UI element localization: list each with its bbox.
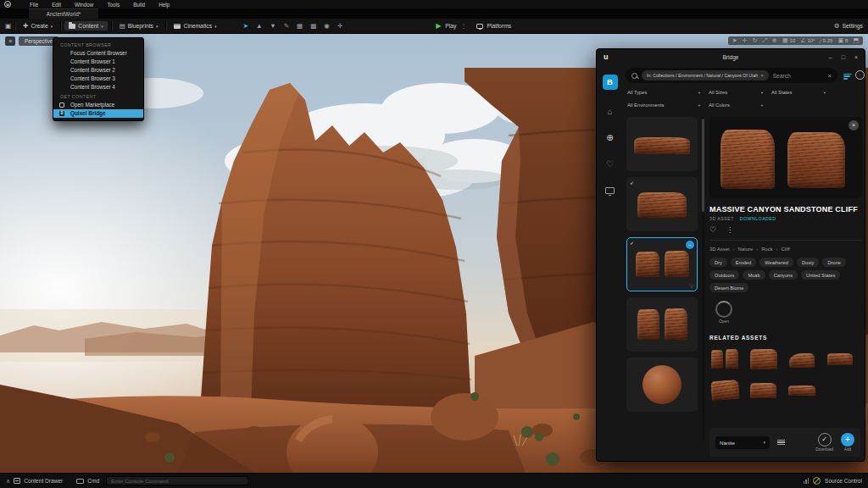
tag-moab[interactable]: Moab: [743, 270, 765, 280]
fracture-mode-icon[interactable]: ▦: [297, 22, 303, 30]
settings-button[interactable]: ⚙ Settings: [834, 22, 863, 30]
tag-eroded[interactable]: Eroded: [731, 258, 756, 267]
chip-remove-icon[interactable]: ×: [760, 73, 764, 78]
cmd-label[interactable]: Cmd: [87, 478, 99, 484]
more-options-icon[interactable]: ⋮: [726, 226, 733, 234]
content-drawer-button[interactable]: Content Drawer: [24, 478, 63, 484]
related-asset[interactable]: [824, 347, 856, 372]
maximize-viewport-icon[interactable]: ⬒: [853, 37, 859, 44]
tag-canyons[interactable]: Canyons: [769, 270, 798, 280]
menu-item-content-browser-3[interactable]: Content Browser 3: [53, 75, 143, 83]
minimize-icon[interactable]: –: [829, 54, 832, 60]
asset-thumbnail-ledge[interactable]: [626, 117, 698, 171]
filter-icon[interactable]: [843, 72, 852, 80]
scrollbar-thumb[interactable]: [702, 119, 704, 212]
platforms-label[interactable]: Platforms: [487, 23, 512, 29]
tag-united-states[interactable]: United States: [801, 270, 840, 280]
asset-preview[interactable]: ×: [709, 117, 862, 198]
crumb-nature[interactable]: Nature: [738, 247, 754, 252]
tag-weathered[interactable]: Weathered: [760, 258, 793, 267]
level-tab[interactable]: AncientWorld*: [29, 8, 98, 19]
tag-outdoors[interactable]: Outdoors: [709, 270, 739, 280]
crumb-3d-asset[interactable]: 3D Asset: [709, 247, 730, 252]
rotation-snap-control[interactable]: ∠10°: [800, 37, 815, 44]
related-asset[interactable]: [748, 347, 780, 372]
menu-edit[interactable]: Edit: [45, 2, 68, 8]
filter-all-sizes[interactable]: All Sizes▾: [709, 90, 763, 95]
menu-item-content-browser-2[interactable]: Content Browser 2: [53, 66, 143, 75]
account-icon[interactable]: ◦: [855, 70, 865, 80]
filter-all-types[interactable]: All Types▾: [627, 90, 700, 95]
menu-build[interactable]: Build: [126, 2, 152, 8]
source-control-button[interactable]: Source Control: [825, 478, 862, 484]
favorites-heart-icon[interactable]: ♡: [606, 159, 614, 169]
performance-icon[interactable]: [804, 478, 810, 484]
rotate-tool-icon[interactable]: ↻: [753, 37, 758, 44]
tag-dry[interactable]: Dry: [709, 258, 727, 267]
asset-list-scrollbar[interactable]: [702, 117, 704, 441]
search-input[interactable]: [773, 73, 824, 79]
brush-editing-mode-icon[interactable]: ▩: [310, 22, 316, 30]
bridge-logo[interactable]: B: [603, 75, 618, 90]
tag-desert-biome[interactable]: Desert Biome: [709, 283, 748, 292]
asset-thumbnail-blocks[interactable]: [626, 297, 698, 352]
search-filter-chip[interactable]: In: Collections / Environment / Natural …: [642, 70, 769, 80]
crumb-rock[interactable]: Rock: [761, 247, 772, 252]
local-assets-icon[interactable]: [605, 187, 615, 194]
filter-all-states[interactable]: All States▾: [771, 90, 826, 95]
related-asset[interactable]: [786, 347, 818, 372]
modeling-mode-icon[interactable]: ✛: [337, 22, 342, 30]
export-settings-icon[interactable]: [777, 438, 785, 446]
viewport-options-icon[interactable]: ≡: [5, 36, 15, 46]
content-button[interactable]: Content ▾: [64, 21, 107, 30]
related-asset[interactable]: [709, 378, 742, 403]
play-icon[interactable]: ▶: [436, 22, 441, 30]
cinematics-button[interactable]: Cinematics ▾: [170, 21, 220, 30]
menu-help[interactable]: Help: [152, 2, 176, 8]
filter-all-colors[interactable]: All Colors▾: [709, 103, 763, 108]
menu-tools[interactable]: Tools: [100, 2, 126, 8]
related-asset[interactable]: [786, 378, 818, 403]
maximize-icon[interactable]: □: [842, 54, 845, 60]
world-space-icon[interactable]: ⊕: [772, 37, 777, 44]
select-tool-icon[interactable]: ➤: [732, 37, 737, 44]
asset-thumbnail-boulder[interactable]: [626, 358, 698, 412]
menu-item-quixel-bridge[interactable]: B Quixel Bridge: [53, 109, 143, 118]
expand-drawer-icon[interactable]: ∧: [6, 478, 10, 485]
close-detail-icon[interactable]: ×: [849, 120, 859, 130]
favorite-heart-icon[interactable]: ♡: [690, 283, 694, 289]
bridge-search-bar[interactable]: In: Collections / Environment / Natural …: [626, 68, 837, 83]
filter-all-environments[interactable]: All Environments▾: [627, 103, 700, 108]
select-mode-icon[interactable]: ➤: [243, 22, 248, 30]
console-input[interactable]: [111, 479, 243, 484]
play-label[interactable]: Play: [445, 23, 456, 29]
scale-snap-control[interactable]: ⁄0.25: [821, 38, 833, 44]
move-tool-icon[interactable]: ✛: [743, 37, 748, 44]
tag-dusty[interactable]: Dusty: [797, 258, 820, 267]
crumb-cliff[interactable]: Cliff: [782, 247, 790, 252]
quality-select[interactable]: Nanite ▾: [715, 436, 770, 449]
related-asset[interactable]: [709, 347, 742, 372]
camera-speed-control[interactable]: ▣8: [837, 37, 848, 44]
create-button[interactable]: ✚ Create ▾: [19, 20, 57, 31]
foliage-mode-icon[interactable]: ▼: [270, 22, 275, 30]
menu-item-content-browser-1[interactable]: Content Browser 1: [53, 58, 143, 66]
menu-item-content-browser-4[interactable]: Content Browser 4: [53, 83, 143, 92]
bridge-title-bar[interactable]: u Bridge – □ ×: [597, 49, 865, 64]
home-icon[interactable]: ⌂: [607, 107, 612, 116]
blueprints-button[interactable]: ▤ Blueprints ▾: [115, 20, 163, 31]
asset-thumbnail-selected[interactable]: ✓ → ♡: [626, 237, 698, 291]
save-icon[interactable]: ▣: [5, 22, 11, 30]
tag-drone[interactable]: Drone: [822, 258, 846, 267]
menu-item-focus-content-browser[interactable]: Focus Content Browser: [53, 49, 143, 58]
favorite-heart-icon[interactable]: ♡: [709, 225, 716, 234]
play-options-icon[interactable]: ⋮: [461, 23, 467, 30]
close-icon[interactable]: ×: [854, 54, 858, 60]
menu-item-open-marketplace[interactable]: Open Marketplace: [53, 101, 143, 109]
grid-snap-control[interactable]: ▦10: [782, 37, 795, 44]
animation-mode-icon[interactable]: ◉: [324, 22, 330, 30]
scale-tool-icon[interactable]: ⤢: [762, 37, 767, 44]
mesh-paint-mode-icon[interactable]: ✎: [284, 22, 289, 30]
search-clear-icon[interactable]: ×: [828, 72, 832, 80]
download-button[interactable]: ✓ Download: [815, 433, 833, 452]
